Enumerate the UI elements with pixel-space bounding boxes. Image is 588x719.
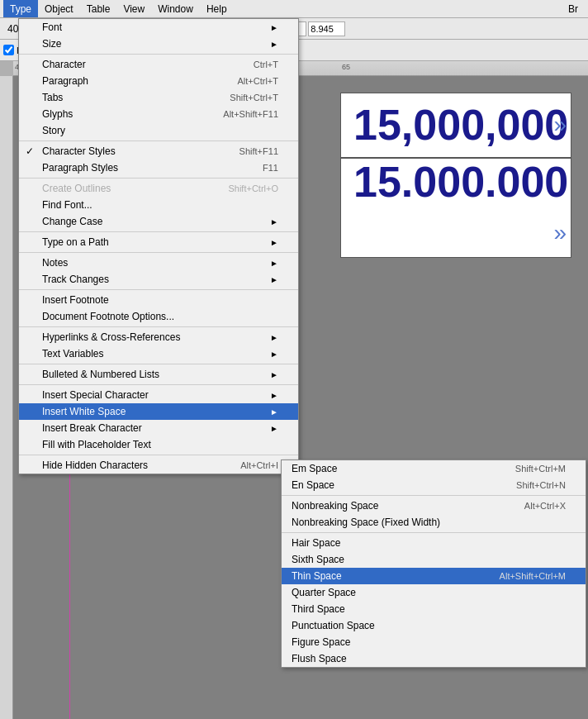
- page-text-1: 15,000,000: [341, 93, 571, 157]
- submenu-item-thin-space[interactable]: Thin Space Alt+Shift+Ctrl+M: [282, 568, 586, 584]
- menu-object[interactable]: Object: [38, 0, 80, 17]
- submenu-item-em-space[interactable]: Em Space Shift+Ctrl+M: [282, 460, 586, 477]
- menu-item-text-variables-label: Text Variables: [42, 348, 103, 360]
- menu-item-insert-special[interactable]: Insert Special Character ►: [19, 387, 298, 403]
- menu-item-fill-placeholder[interactable]: Fill with Placeholder Text: [19, 436, 298, 453]
- menu-item-document-footnote-label: Document Footnote Options...: [42, 311, 174, 322]
- menu-item-character-styles[interactable]: ✓ Character Styles Shift+F11: [19, 143, 298, 160]
- menu-item-story[interactable]: Story: [19, 122, 298, 139]
- menu-item-glyphs-label: Glyphs: [42, 108, 73, 120]
- menu-item-hide-hidden-label: Hide Hidden Characters: [42, 459, 148, 471]
- menu-item-hyperlinks[interactable]: Hyperlinks & Cross-References ►: [19, 329, 298, 345]
- menu-item-track-changes[interactable]: Track Changes ►: [19, 271, 298, 288]
- lists-arrow-icon: ►: [270, 370, 278, 379]
- menu-item-glyphs[interactable]: Glyphs Alt+Shift+F11: [19, 106, 298, 122]
- submenu-nonbreaking-label: Nonbreaking Space: [292, 500, 378, 512]
- sep-4: [19, 231, 298, 232]
- menu-item-size-label: Size: [42, 38, 61, 50]
- menu-item-character-label: Character: [42, 59, 86, 70]
- submenu-item-third-space[interactable]: Third Space: [282, 601, 586, 617]
- sep-8: [19, 364, 298, 364]
- overflow-arrow-2[interactable]: »: [553, 220, 567, 246]
- submenu-item-nonbreaking-fixed[interactable]: Nonbreaking Space (Fixed Width): [282, 514, 586, 531]
- menu-item-lists[interactable]: Bulleted & Numbered Lists ►: [19, 366, 298, 383]
- menu-type[interactable]: Type: [3, 0, 38, 17]
- hyphenate-checkbox[interactable]: [3, 45, 14, 55]
- menu-bar: Type Object Table View Window Help Br: [0, 0, 588, 18]
- insert-break-arrow-icon: ►: [270, 424, 278, 433]
- type-dropdown-menu: Font ► Size ► Character Ctrl+T Paragraph…: [18, 18, 299, 474]
- menu-item-type-on-path-label: Type on a Path: [42, 236, 109, 248]
- character-styles-shortcut: Shift+F11: [239, 146, 278, 156]
- sep-7: [19, 326, 298, 327]
- submenu-em-space-label: Em Space: [292, 463, 337, 474]
- menu-item-story-label: Story: [42, 125, 65, 136]
- submenu-item-figure-space[interactable]: Figure Space: [282, 634, 586, 650]
- menu-window[interactable]: Window: [151, 0, 200, 17]
- menu-item-document-footnote[interactable]: Document Footnote Options...: [19, 308, 298, 325]
- menu-item-create-outlines-label: Create Outlines: [42, 183, 111, 194]
- overflow-arrow-1[interactable]: »: [553, 112, 567, 138]
- page-text-2: 15.000.000: [341, 158, 571, 206]
- submenu-item-nonbreaking[interactable]: Nonbreaking Space Alt+Ctrl+X: [282, 498, 586, 514]
- menu-br[interactable]: Br: [562, 0, 585, 17]
- menu-view[interactable]: View: [116, 0, 151, 17]
- menu-item-paragraph-styles-label: Paragraph Styles: [42, 162, 118, 174]
- menu-item-track-changes-label: Track Changes: [42, 274, 109, 285]
- thin-space-shortcut: Alt+Shift+Ctrl+M: [500, 571, 566, 581]
- submenu-item-flush-space[interactable]: Flush Space: [282, 650, 586, 667]
- insert-special-arrow-icon: ►: [270, 391, 278, 400]
- menu-item-paragraph[interactable]: Paragraph Alt+Ctrl+T: [19, 73, 298, 89]
- submenu-figure-space-label: Figure Space: [292, 636, 350, 648]
- menu-table[interactable]: Table: [80, 0, 117, 17]
- sep-2: [19, 140, 298, 141]
- menu-item-notes[interactable]: Notes ►: [19, 255, 298, 271]
- menu-item-type-on-path[interactable]: Type on a Path ►: [19, 234, 298, 250]
- checkmark-icon: ✓: [26, 145, 34, 157]
- submenu-item-punctuation-space[interactable]: Punctuation Space: [282, 617, 586, 634]
- insert-white-space-submenu: Em Space Shift+Ctrl+M En Space Shift+Ctr…: [281, 459, 586, 668]
- submenu-sixth-space-label: Sixth Space: [292, 554, 344, 565]
- menu-item-font[interactable]: Font ►: [19, 19, 298, 36]
- menu-item-paragraph-styles[interactable]: Paragraph Styles F11: [19, 160, 298, 176]
- submenu-item-sixth-space[interactable]: Sixth Space: [282, 551, 586, 568]
- menu-item-insert-special-label: Insert Special Character: [42, 389, 149, 401]
- menu-item-change-case[interactable]: Change Case ►: [19, 213, 298, 230]
- submenu-quarter-space-label: Quarter Space: [292, 587, 356, 598]
- submenu-item-quarter-space[interactable]: Quarter Space: [282, 584, 586, 601]
- menu-item-character[interactable]: Character Ctrl+T: [19, 56, 298, 73]
- menu-item-hyperlinks-label: Hyperlinks & Cross-References: [42, 331, 180, 343]
- menu-item-create-outlines: Create Outlines Shift+Ctrl+O: [19, 180, 298, 197]
- hyperlinks-arrow-icon: ►: [270, 333, 278, 342]
- menu-item-insert-footnote[interactable]: Insert Footnote: [19, 292, 298, 308]
- submenu-hair-space-label: Hair Space: [292, 537, 340, 549]
- menu-help[interactable]: Help: [200, 0, 234, 17]
- menu-item-notes-label: Notes: [42, 257, 68, 269]
- paragraph-styles-shortcut: F11: [263, 163, 278, 173]
- menu-item-change-case-label: Change Case: [42, 216, 102, 227]
- menu-item-hide-hidden[interactable]: Hide Hidden Characters Alt+Ctrl+I: [19, 457, 298, 474]
- submenu-third-space-label: Third Space: [292, 603, 345, 615]
- sep-5: [19, 252, 298, 253]
- submenu-sep-2: [282, 532, 586, 533]
- menu-item-text-variables[interactable]: Text Variables ►: [19, 345, 298, 362]
- tabs-shortcut: Shift+Ctrl+T: [230, 93, 278, 102]
- glyphs-shortcut: Alt+Shift+F11: [223, 109, 278, 119]
- submenu-thin-space-label: Thin Space: [292, 570, 342, 582]
- submenu-en-space-label: En Space: [292, 479, 334, 491]
- submenu-item-en-space[interactable]: En Space Shift+Ctrl+N: [282, 477, 586, 493]
- nonbreaking-shortcut: Alt+Ctrl+X: [524, 501, 566, 511]
- menu-item-find-font[interactable]: Find Font...: [19, 197, 298, 213]
- track-changes-arrow-icon: ►: [270, 275, 278, 284]
- create-outlines-shortcut: Shift+Ctrl+O: [228, 183, 278, 193]
- menu-item-insert-white-space[interactable]: Insert White Space ►: [19, 403, 298, 420]
- submenu-item-hair-space[interactable]: Hair Space: [282, 535, 586, 551]
- menu-item-tabs[interactable]: Tabs Shift+Ctrl+T: [19, 89, 298, 106]
- submenu-punctuation-space-label: Punctuation Space: [292, 620, 375, 631]
- submenu-flush-space-label: Flush Space: [292, 653, 347, 664]
- num2-field[interactable]: [308, 21, 345, 36]
- text-variables-arrow-icon: ►: [270, 350, 278, 359]
- left-ruler: [0, 76, 13, 719]
- menu-item-size[interactable]: Size ►: [19, 36, 298, 52]
- menu-item-insert-break[interactable]: Insert Break Character ►: [19, 420, 298, 436]
